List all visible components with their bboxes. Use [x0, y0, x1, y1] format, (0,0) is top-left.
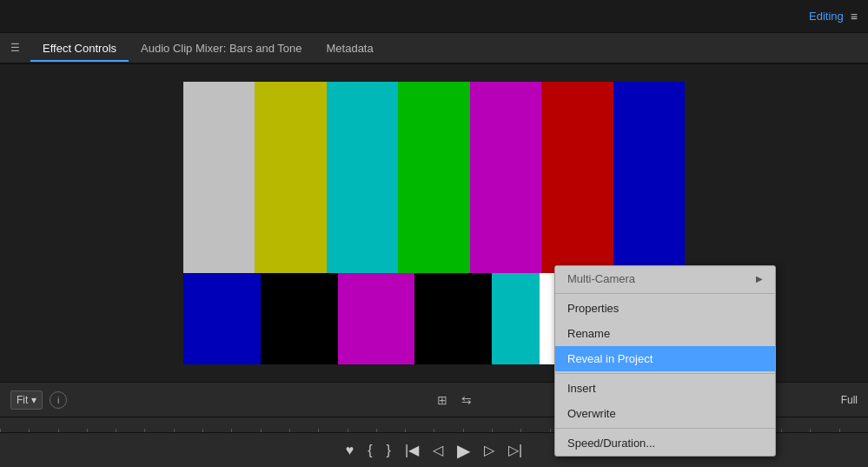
tick [434, 429, 462, 432]
tab-audio-clip-mixer[interactable]: Audio Clip Mixer: Bars and Tone [129, 37, 314, 62]
workspace-bar: Editing ≡ [0, 0, 868, 33]
context-menu-divider-1 [555, 293, 775, 294]
bl-bar-1 [261, 273, 338, 364]
tick [348, 429, 376, 432]
grid-icon[interactable]: ⊞ [434, 391, 451, 409]
bar-3 [398, 82, 469, 273]
full-label[interactable]: Full [841, 394, 858, 406]
context-menu-insert[interactable]: Insert [555, 376, 775, 401]
context-menu-overwrite[interactable]: Overwrite [555, 401, 775, 426]
info-button[interactable]: i [50, 391, 67, 409]
bl-bar-0 [183, 273, 261, 364]
bar-5 [541, 82, 613, 273]
tab-metadata[interactable]: Metadata [315, 37, 386, 62]
fit-select[interactable]: Fit ▾ [10, 390, 43, 410]
mark-out-icon[interactable]: } [387, 443, 391, 458]
context-menu-reveal-in-project[interactable]: Reveal in Project [555, 346, 775, 371]
tick [202, 429, 231, 432]
bar-2 [327, 82, 398, 273]
tab-effect-controls[interactable]: Effect Controls [30, 37, 129, 62]
context-menu-rename[interactable]: Rename [555, 321, 775, 346]
context-menu-properties[interactable]: Properties [555, 296, 775, 321]
tick [810, 429, 838, 432]
step-forward-icon[interactable]: ▷ [484, 442, 494, 458]
go-to-in-icon[interactable]: |◀ [405, 442, 419, 458]
tab-icons: ☰ [7, 40, 23, 56]
add-marker-icon[interactable]: ♥ [346, 443, 354, 458]
tick [231, 429, 260, 432]
tick [144, 429, 173, 432]
submenu-arrow: ▶ [756, 274, 763, 284]
tick [492, 429, 520, 432]
tick [839, 429, 868, 432]
step-back-icon[interactable]: ◁ [433, 442, 443, 458]
tick [261, 429, 289, 432]
tick [781, 429, 810, 432]
tick [405, 429, 434, 432]
bl-bar-2 [338, 273, 415, 364]
tick [376, 429, 405, 432]
top-bars [183, 82, 685, 273]
tick [520, 429, 549, 432]
context-menu: Multi-Camera ▶ Properties Rename Reveal … [554, 265, 776, 457]
export-icon[interactable]: ⇆ [458, 391, 475, 409]
tick [174, 429, 202, 432]
bottom-left-bars [183, 273, 540, 364]
panel-menu-icon[interactable]: ☰ [7, 40, 23, 56]
tab-bar: ☰ Effect Controls Audio Clip Mixer: Bars… [0, 33, 868, 64]
tick [58, 429, 87, 432]
context-menu-speed-duration[interactable]: Speed/Duration... [555, 430, 775, 456]
context-menu-divider-3 [555, 428, 775, 429]
bl-bar-4 [492, 273, 540, 364]
go-to-out-icon[interactable]: ▷| [508, 442, 522, 458]
workspace-label[interactable]: Editing [809, 10, 844, 23]
tick [289, 429, 318, 432]
bl-bar-3 [414, 273, 492, 364]
tick [116, 429, 144, 432]
bar-4 [470, 82, 541, 273]
tick [318, 429, 347, 432]
context-menu-divider-2 [555, 373, 775, 374]
bar-1 [255, 82, 326, 273]
tick [87, 429, 116, 432]
context-menu-header: Multi-Camera ▶ [555, 266, 775, 291]
bar-0 [183, 82, 255, 273]
workspace-menu-icon[interactable]: ≡ [851, 10, 858, 23]
tick [0, 429, 29, 432]
bar-6 [613, 82, 685, 273]
mark-in-icon[interactable]: { [368, 443, 372, 458]
play-icon[interactable]: ▶ [457, 440, 470, 461]
tick [463, 429, 492, 432]
tick [29, 429, 57, 432]
